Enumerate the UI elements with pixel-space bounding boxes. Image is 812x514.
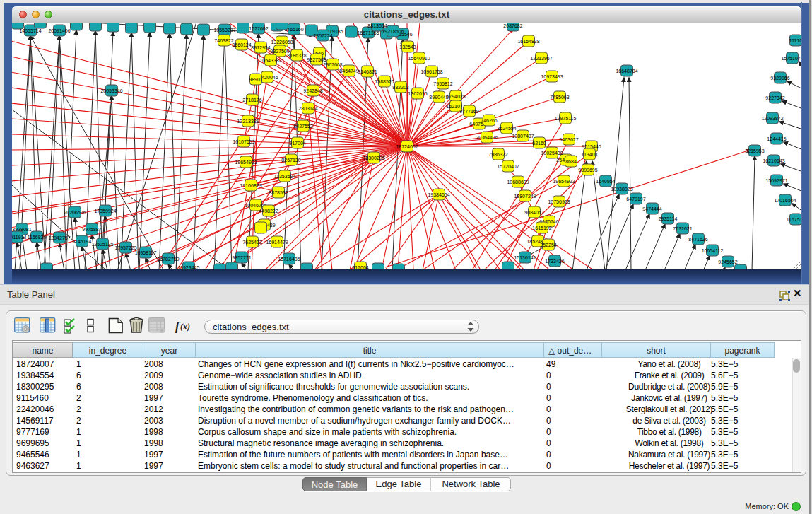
svg-text:8660124: 8660124 xyxy=(232,42,251,47)
svg-text:1527602: 1527602 xyxy=(249,26,268,31)
svg-text:6794028: 6794028 xyxy=(446,94,465,99)
svg-text:7485063: 7485063 xyxy=(550,95,569,100)
svg-text:11170: 11170 xyxy=(789,38,801,43)
svg-text:19654923: 19654923 xyxy=(235,160,257,165)
svg-text:8267130: 8267130 xyxy=(281,158,300,163)
svg-text:19166829: 19166829 xyxy=(240,183,261,188)
svg-text:16210643: 16210643 xyxy=(763,158,784,163)
svg-text:3938081: 3938081 xyxy=(12,227,31,232)
svg-text:19384554: 19384554 xyxy=(428,192,449,197)
svg-text:7857224: 7857224 xyxy=(313,33,332,38)
svg-text:10543382: 10543382 xyxy=(259,58,281,63)
svg-text:10807487: 10807487 xyxy=(512,134,534,139)
svg-text:16914479: 16914479 xyxy=(266,240,288,245)
svg-text:7625402: 7625402 xyxy=(242,240,261,245)
svg-text:1733426: 1733426 xyxy=(545,259,564,264)
svg-text:3215953: 3215953 xyxy=(745,148,764,153)
svg-text:2803144: 2803144 xyxy=(298,106,317,111)
svg-text:8427552: 8427552 xyxy=(293,124,312,129)
svg-text:7986322: 7986322 xyxy=(488,152,507,157)
svg-text:7955812: 7955812 xyxy=(433,81,452,86)
svg-text:8912954: 8912954 xyxy=(251,45,270,50)
svg-text:15716485: 15716485 xyxy=(278,257,300,262)
svg-text:6479197: 6479197 xyxy=(626,197,645,201)
svg-text:9474444: 9474444 xyxy=(642,206,661,211)
svg-text:917004: 917004 xyxy=(289,141,305,146)
svg-text:15692971: 15692971 xyxy=(765,178,787,183)
svg-text:10961758: 10961758 xyxy=(420,69,442,74)
svg-text:17016504: 17016504 xyxy=(774,198,796,203)
svg-text:1167534: 1167534 xyxy=(787,217,801,222)
svg-text:9329966: 9329966 xyxy=(770,76,789,81)
svg-text:8454749: 8454749 xyxy=(339,69,358,74)
svg-text:1145194: 1145194 xyxy=(73,239,92,244)
svg-text:746266: 746266 xyxy=(481,118,497,123)
svg-text:16648784: 16648784 xyxy=(616,69,637,74)
svg-text:8878532: 8878532 xyxy=(269,190,288,195)
svg-text:20053346: 20053346 xyxy=(100,88,122,93)
svg-text:12213967: 12213967 xyxy=(530,56,552,61)
svg-text:19654923: 19654923 xyxy=(553,179,575,184)
svg-text:15640910: 15640910 xyxy=(408,56,430,61)
svg-text:16154838: 16154838 xyxy=(517,39,539,44)
svg-text:18724007: 18724007 xyxy=(396,144,418,149)
svg-text:9777169: 9777169 xyxy=(459,109,478,114)
svg-text:11353594: 11353594 xyxy=(274,174,296,179)
svg-text:17957225: 17957225 xyxy=(114,245,136,250)
svg-text:1244415: 1244415 xyxy=(767,136,786,141)
svg-text:2718176: 2718176 xyxy=(242,98,261,103)
svg-text:12975115: 12975115 xyxy=(555,116,577,121)
svg-text:9327508: 9327508 xyxy=(307,57,326,62)
svg-text:12213389: 12213389 xyxy=(237,119,259,124)
svg-text:62160: 62160 xyxy=(532,141,546,146)
svg-text:15136141: 15136141 xyxy=(514,255,536,260)
svg-text:10938923: 10938923 xyxy=(611,187,632,192)
svg-text:1615192: 1615192 xyxy=(532,226,551,230)
svg-text:10756928: 10756928 xyxy=(548,199,570,204)
svg-text:(x): (x) xyxy=(180,322,190,332)
svg-text:17359924: 17359924 xyxy=(94,209,116,214)
svg-text:10025438: 10025438 xyxy=(541,151,563,156)
svg-text:15751074: 15751074 xyxy=(781,56,801,61)
svg-text:12093872: 12093872 xyxy=(761,116,783,121)
svg-text:1156829: 1156829 xyxy=(28,235,47,240)
svg-text:132543: 132543 xyxy=(399,45,416,49)
svg-text:8471626: 8471626 xyxy=(688,237,707,242)
svg-text:20206536: 20206536 xyxy=(64,210,86,215)
svg-text:98901: 98901 xyxy=(249,77,263,82)
svg-text:12942757: 12942757 xyxy=(48,235,70,240)
svg-text:2935114: 2935114 xyxy=(659,216,678,221)
svg-text:9084067: 9084067 xyxy=(524,210,543,215)
svg-text:9515440: 9515440 xyxy=(582,144,601,149)
svg-text:10973493: 10973493 xyxy=(541,74,563,79)
svg-text:832203: 832203 xyxy=(392,85,408,90)
svg-text:1362615: 1362615 xyxy=(408,91,427,96)
svg-text:9227342: 9227342 xyxy=(765,95,784,100)
svg-text:18300295: 18300295 xyxy=(363,156,384,160)
svg-text:9975887: 9975887 xyxy=(82,227,101,232)
svg-text:19218506: 19218506 xyxy=(382,29,404,34)
svg-text:18807249: 18807249 xyxy=(514,194,536,199)
svg-text:1640954: 1640954 xyxy=(596,179,615,184)
svg-text:9146821: 9146821 xyxy=(358,69,377,74)
svg-text:8684: 8684 xyxy=(565,159,577,164)
svg-text:9857771: 9857771 xyxy=(232,255,251,260)
svg-text:7632621: 7632621 xyxy=(673,226,692,231)
svg-text:3911914: 3911914 xyxy=(12,235,26,240)
svg-text:13226058: 13226058 xyxy=(271,40,293,45)
svg-text:4498222: 4498222 xyxy=(259,209,278,214)
svg-text:2967608: 2967608 xyxy=(323,62,342,67)
svg-text:9245652: 9245652 xyxy=(718,259,737,264)
svg-text:10688609: 10688609 xyxy=(507,180,529,185)
svg-text:10553287: 10553287 xyxy=(213,28,235,33)
svg-text:10958117: 10958117 xyxy=(135,250,157,255)
svg-text:2087682: 2087682 xyxy=(503,23,522,28)
svg-text:14055714: 14055714 xyxy=(19,28,41,33)
svg-text:9463627: 9463627 xyxy=(559,137,578,142)
svg-text:1588520: 1588520 xyxy=(375,79,394,84)
svg-text:8186328: 8186328 xyxy=(287,53,306,58)
svg-text:10107553: 10107553 xyxy=(233,139,254,144)
svg-text:9899695: 9899695 xyxy=(578,168,597,173)
svg-text:8813054: 8813054 xyxy=(367,23,387,28)
svg-text:15720407: 15720407 xyxy=(497,164,519,169)
